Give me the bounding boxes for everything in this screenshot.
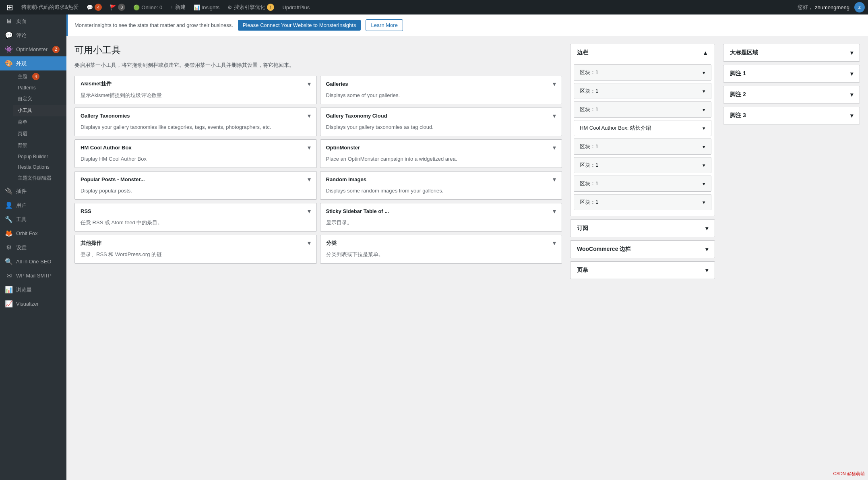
sidebar-item-background[interactable]: 背景 — [13, 140, 66, 151]
sidebar-item-comments[interactable]: 💬 评论 — [0, 28, 66, 42]
insights-chart-icon: 📊 — [194, 4, 200, 10]
sidebar-item-users[interactable]: 👤 用户 — [0, 198, 66, 212]
learn-more-button[interactable]: Learn More — [366, 19, 403, 31]
widget-header-other-actions[interactable]: 其他操作 ▾ — [75, 235, 316, 251]
wp-mail-smtp-icon: ✉ — [5, 272, 13, 279]
sidebar-item-pages[interactable]: 🖥 页面 — [0, 14, 66, 28]
sidebar-item-orbit-fox[interactable]: 🦊 Orbit Fox — [0, 226, 66, 240]
sidebar-slot-block-4[interactable]: 区块：1 ▾ — [574, 139, 711, 155]
sidebar-area-woocommerce-header[interactable]: WooCommerce 边栏 ▾ — [570, 241, 715, 258]
sidebar-item-wp-mail-smtp[interactable]: ✉ WP Mail SMTP — [0, 269, 66, 283]
widget-item-gallery-taxonomy-cloud: Gallery Taxonomy Cloud ▾ Displays your g… — [320, 108, 562, 136]
widget-header-random-images[interactable]: Random Images ▾ — [320, 172, 562, 187]
widget-desc-random-images: Displays some random images from your ga… — [320, 187, 562, 199]
sidebar-item-theme-editor[interactable]: 主题文件编辑器 — [13, 172, 66, 184]
panel-footnote-1-header[interactable]: 脚注 1 ▾ — [723, 65, 860, 82]
sidebar-item-themes[interactable]: 主题 4 — [13, 70, 66, 83]
new-item[interactable]: + 新建 — [167, 0, 188, 14]
connect-website-button[interactable]: Please Connect Your Website to MonsterIn… — [238, 20, 361, 31]
sidebar-item-visualizer[interactable]: 📈 Visualizer — [0, 297, 66, 311]
comments-item[interactable]: 💬 4 — [83, 0, 105, 14]
insights-item[interactable]: 📊 Insights — [190, 0, 223, 14]
panel-footnote-1: 脚注 1 ▾ — [723, 65, 860, 83]
widget-title-categories: 分类 — [326, 240, 337, 247]
updraft-item[interactable]: UpdraftPlus — [279, 0, 313, 14]
sidebar-item-views[interactable]: 📊 浏览量 — [0, 283, 66, 297]
flag-item[interactable]: 🚩 0 — [107, 0, 128, 14]
widget-header-rss[interactable]: RSS ▾ — [75, 203, 316, 219]
widget-header-gallery-taxonomy-cloud[interactable]: Gallery Taxonomy Cloud ▾ — [320, 108, 562, 124]
username-text: zhumengmeng — [815, 4, 849, 10]
widget-desc-sticky-sidebar: 显示目录。 — [320, 219, 562, 231]
sidebar-item-menus[interactable]: 菜单 — [13, 116, 66, 128]
widget-title-sticky-sidebar: Sticky Sidebar Table of ... — [326, 208, 389, 214]
sidebar-item-settings-label: 设置 — [16, 244, 27, 251]
all-in-one-seo-icon: 🔍 — [5, 258, 13, 265]
avatar[interactable]: z — [854, 2, 865, 12]
widget-header-gallery-taxonomies[interactable]: Gallery Taxonomies ▾ — [75, 108, 316, 124]
sidebar-area-main-collapse-icon: ▲ — [703, 50, 708, 56]
widget-header-hm-cool-author-box[interactable]: HM Cool Author Box ▾ — [75, 140, 316, 155]
sidebar-slot-block-7[interactable]: 区块：1 ▾ — [574, 194, 711, 210]
sidebar-item-customize[interactable]: 自定义 — [13, 93, 66, 105]
sidebar-item-themes-label: 主题 — [18, 73, 27, 80]
widget-header-categories[interactable]: 分类 ▾ — [320, 235, 562, 251]
sidebar-item-plugins[interactable]: 🔌 插件 — [0, 184, 66, 198]
widget-header-popular-posts[interactable]: Popular Posts - Monster... ▾ — [75, 172, 316, 187]
panel-big-title-header[interactable]: 大标题区域 ▾ — [723, 44, 860, 61]
sidebar-area-subscription-header[interactable]: 订阅 ▾ — [570, 220, 715, 237]
sidebar-item-settings[interactable]: ⚙ 设置 — [0, 240, 66, 254]
sidebar-slot-block-6-chevron: ▾ — [703, 181, 705, 187]
panel-footnote-3-header[interactable]: 脚注 3 ▾ — [723, 107, 860, 124]
widget-desc-hm-cool-author-box: Display HM Cool Author Box — [75, 155, 316, 168]
panel-footnote-2-header[interactable]: 脚注 2 ▾ — [723, 86, 860, 103]
updraft-label: UpdraftPlus — [282, 4, 310, 10]
sidebar-item-all-in-one-seo-label: All in One SEO — [16, 259, 51, 265]
sidebar-slot-block-6[interactable]: 区块：1 ▾ — [574, 176, 711, 192]
online-item: 🟢 Online: 0 — [130, 0, 165, 14]
widget-header-akismet[interactable]: Akismet挂件 ▾ — [75, 76, 316, 92]
sidebar-area-main-header[interactable]: 边栏 ▲ — [570, 44, 715, 61]
wp-logo-item[interactable]: ⊞ — [3, 0, 17, 14]
visualizer-icon: 📈 — [5, 300, 13, 308]
tools-icon: 🔧 — [5, 215, 13, 223]
sidebar-slot-block-3-chevron: ▾ — [703, 107, 705, 113]
sidebar-item-appearance[interactable]: 🎨 外观 — [0, 56, 66, 70]
sidebar-item-popup-builder[interactable]: Popup Builder — [13, 151, 66, 162]
search-seo-item[interactable]: ⚙ 搜索引擎优化 ! — [224, 0, 277, 14]
sidebar-item-patterns[interactable]: Patterns — [13, 83, 66, 93]
optinmonster-icon: 👾 — [5, 46, 13, 53]
widget-desc-akismet: 显示Akismet捕捉到的垃圾评论数量 — [75, 92, 316, 104]
widget-header-galleries[interactable]: Galleries ▾ — [320, 76, 562, 92]
sidebar-item-orbit-fox-label: Orbit Fox — [16, 230, 37, 236]
sidebar-item-wp-mail-smtp-label: WP Mail SMTP — [16, 273, 52, 279]
sidebar-item-header[interactable]: 页眉 — [13, 128, 66, 140]
notice-text: MonsterInsights to see the stats that ma… — [74, 22, 233, 28]
sidebar-slot-hm-cool-author[interactable]: HM Cool Author Box: 站长介绍 ▾ — [574, 120, 711, 136]
sidebar-item-optinmonster[interactable]: 👾 OptinMonster 2 — [0, 42, 66, 56]
sidebar-area-page-header-header[interactable]: 页条 ▾ — [570, 262, 715, 279]
sidebar-slot-block-1[interactable]: 区块：1 ▾ — [574, 64, 711, 81]
widgets-page: 可用小工具 要启用某一小工具，将它拖动到侧栏或点击它。要禁用某一小工具并删除其设… — [66, 36, 868, 290]
sidebar-item-patterns-label: Patterns — [18, 85, 36, 91]
panel-footnote-2-label: 脚注 2 — [730, 91, 746, 98]
sidebar-item-tools[interactable]: 🔧 工具 — [0, 212, 66, 226]
sidebar-item-widgets[interactable]: 小工具 — [13, 105, 66, 116]
widget-desc-gallery-taxonomy-cloud: Displays your gallery taxonomies as tag … — [320, 124, 562, 136]
widget-item-galleries: Galleries ▾ Displays some of your galler… — [320, 76, 562, 104]
panel-footnote-3-chevron: ▾ — [850, 112, 853, 119]
sidebar-slot-block-3[interactable]: 区块：1 ▾ — [574, 101, 711, 118]
panel-big-title-chevron: ▾ — [850, 50, 853, 56]
sidebar-slot-block-7-label: 区块：1 — [580, 199, 598, 206]
sidebar-slot-block-5[interactable]: 区块：1 ▾ — [574, 157, 711, 173]
sidebar-item-all-in-one-seo[interactable]: 🔍 All in One SEO — [0, 254, 66, 269]
widgets-grid: Akismet挂件 ▾ 显示Akismet捕捉到的垃圾评论数量 Gallerie… — [74, 76, 562, 264]
widget-header-sticky-sidebar[interactable]: Sticky Sidebar Table of ... ▾ — [320, 203, 562, 219]
sidebar-item-hestia-options[interactable]: Hestia Options — [13, 162, 66, 172]
comments-icon: 💬 — [87, 4, 93, 10]
sidebar-item-widgets-label: 小工具 — [18, 107, 32, 114]
widget-header-optinmonster-widget[interactable]: OptinMonster ▾ — [320, 140, 562, 155]
sidebar-area-woocommerce: WooCommerce 边栏 ▾ — [570, 240, 715, 258]
site-name-item[interactable]: 猪萌萌·代码的追求&热爱 — [18, 0, 82, 14]
sidebar-slot-block-2[interactable]: 区块：1 ▾ — [574, 83, 711, 99]
